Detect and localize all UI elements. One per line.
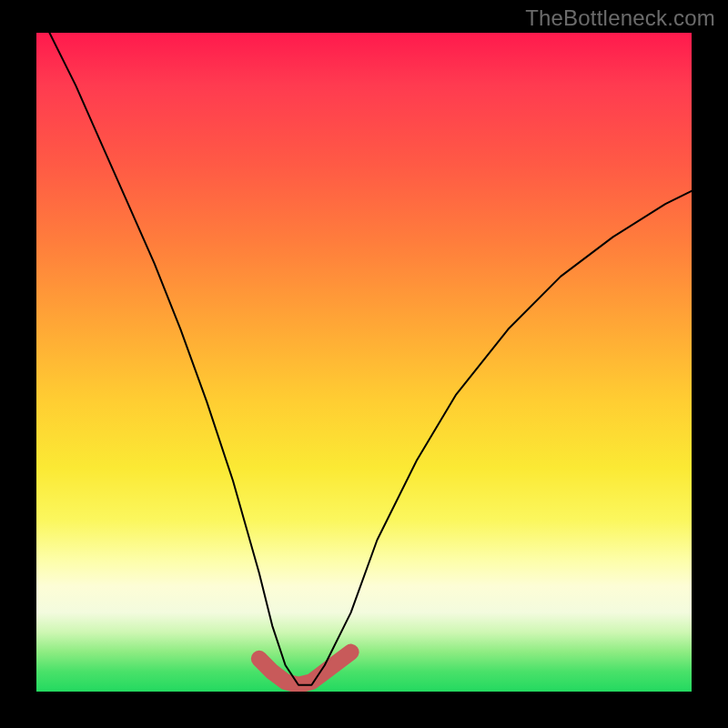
- watermark-text: TheBottleneck.com: [525, 5, 715, 31]
- chart-frame: TheBottleneck.com: [0, 0, 728, 728]
- curve-layer: [36, 33, 692, 692]
- bottleneck-curve: [49, 33, 692, 685]
- plot-area: [36, 33, 692, 692]
- optimal-range-curve: [259, 652, 351, 685]
